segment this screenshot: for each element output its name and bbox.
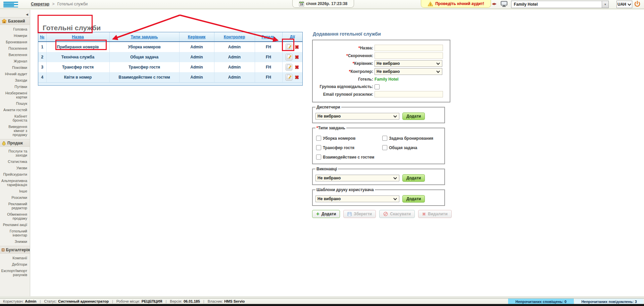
sidebar-item-vouchers[interactable]: Путівки <box>0 85 30 89</box>
edit-button[interactable] <box>286 74 292 81</box>
sidebar-item-sale-limits[interactable]: Обмеження продажу <box>0 212 30 220</box>
print-templates-select[interactable]: Не вибрано <box>315 195 399 202</box>
sidebar-item-home[interactable]: Головна <box>0 27 30 31</box>
task-types-legend: *Типи завдань <box>315 126 346 130</box>
delete-service-button[interactable]: ✖ Видалити <box>418 210 452 218</box>
task-checkbox-booking[interactable] <box>382 136 387 141</box>
column-header-hotel[interactable]: Готель <box>262 35 276 39</box>
sidebar-item-journal[interactable]: Журнал <box>0 59 30 63</box>
task-types-fieldset: *Типи завдань Уборка номеров Задача брон… <box>312 126 445 164</box>
swap-arrows-icon[interactable]: ◂▸ <box>492 1 497 6</box>
page-title: Готельні служби <box>43 24 101 32</box>
sidebar-item-services-events[interactable]: Послуги та заходи <box>0 149 30 157</box>
service-task-types: Общая задача <box>109 52 179 62</box>
night-audit-warning[interactable]: ! Проведіть нічний аудит! <box>421 0 491 8</box>
power-button[interactable] <box>634 0 641 8</box>
sidebar-item-export-import[interactable]: Експорт/Імпорт рахунків <box>0 269 30 277</box>
edit-button[interactable] <box>286 64 292 71</box>
task-checkbox-guest-interaction[interactable] <box>316 155 321 160</box>
warning-icon: ! <box>428 1 433 6</box>
sidebar-item-search[interactable]: Пошук <box>0 101 30 105</box>
delete-button[interactable]: ✖ <box>295 74 299 80</box>
manager-select[interactable]: Не вибрано <box>375 60 442 67</box>
delete-button[interactable]: ✖ <box>295 54 299 60</box>
table-row[interactable]: 3 Трансфер гостя Трансфер гостя Admin Ad… <box>38 62 302 72</box>
sidebar-item-other[interactable]: Інше <box>0 189 30 193</box>
sidebar-item-companies[interactable]: Компанії <box>0 256 30 260</box>
table-row[interactable]: 2 Технічна служба Общая задача Admin Adm… <box>38 52 302 62</box>
edit-button[interactable] <box>286 44 292 50</box>
column-header-name[interactable]: Назва <box>72 35 84 39</box>
service-form-box: *Назва: *Скорочення: *Керівник: Не вибра… <box>312 40 450 102</box>
sidebar-item-night-audit[interactable]: Нічний аудит <box>0 72 30 76</box>
task-checkbox-transfer[interactable] <box>316 145 321 150</box>
currency-select[interactable]: UAH <box>616 1 632 8</box>
sidebar-item-rooms[interactable]: Номери <box>0 34 30 38</box>
service-hotel: FH <box>255 62 282 72</box>
sidebar-item-conditions[interactable]: Умови <box>0 166 30 170</box>
table-row[interactable]: 4 Квіти в номер Взаимодействие с гостем … <box>38 72 302 82</box>
add-template-button[interactable]: Додати <box>402 195 425 203</box>
column-header-controller[interactable]: Контролер <box>224 35 245 39</box>
group-responsibility-checkbox[interactable] <box>375 84 380 89</box>
column-header-manager[interactable]: Керівник <box>188 35 206 39</box>
services-table: № Назва Типи завдань Керівник Контролер … <box>38 32 302 82</box>
sidebar-item-checkin[interactable]: Поселення <box>0 46 30 50</box>
sidebar-item-price-lists[interactable]: Прейскуранти <box>0 172 30 176</box>
service-manager: Admin <box>179 52 214 62</box>
save-button[interactable]: Зберегти <box>343 210 376 218</box>
sidebar-item-booking[interactable]: Бронювання <box>0 40 30 44</box>
abbreviation-input[interactable] <box>375 52 443 59</box>
sidebar-item-statistics[interactable]: Статистика <box>0 160 30 164</box>
group-email-input[interactable] <box>375 91 443 97</box>
sidebar-item-discounts[interactable]: Знижки <box>0 239 30 244</box>
column-header-task-types[interactable]: Типи завдань <box>131 35 158 39</box>
delete-button[interactable]: ✖ <box>295 64 299 70</box>
add-service-button[interactable]: + Додати <box>312 210 340 218</box>
status-value: Системный администратор <box>58 299 109 303</box>
sidebar-section-accounting[interactable]: Бухгалтерія <box>0 246 30 254</box>
sidebar-item-alt-tariffs[interactable]: Альтернативна тарифікація <box>0 179 30 187</box>
sidebar-item-mailings[interactable]: Розсилки <box>0 195 30 200</box>
controller-select[interactable]: Не вибрано <box>375 68 442 75</box>
service-hotel: FH <box>255 72 282 82</box>
print-templates-fieldset: Шаблони друку користувача Не вибрано Дод… <box>312 187 445 206</box>
task-checkbox-cleaning[interactable] <box>316 136 321 141</box>
delete-button[interactable]: ✖ <box>295 44 299 50</box>
cancel-button[interactable]: Скасувати <box>379 210 415 218</box>
table-footer-strip <box>38 82 302 85</box>
sidebar-item-debtors[interactable]: Дебітори <box>0 262 30 266</box>
sidebar-item-ad-editor[interactable]: Рекламний редактор <box>0 202 30 210</box>
money-bag-icon <box>2 141 6 145</box>
add-dispatcher-button[interactable]: Додати <box>402 113 425 120</box>
name-input[interactable] <box>375 45 443 51</box>
task-option: Трансфер гостя <box>316 145 382 150</box>
column-header-number[interactable]: № <box>40 35 44 39</box>
unread-messages-badge[interactable]: Непрочитаних повідомлень: 3 <box>575 299 643 304</box>
dispatchers-select[interactable]: Не вибрано <box>315 113 399 120</box>
task-checkbox-general[interactable] <box>382 145 387 150</box>
sidebar-item-unsaved-cards[interactable]: Незбережені картки <box>0 91 30 99</box>
sidebar-item-rooms-off-sale[interactable]: Виведення кімнат з продажу <box>0 125 30 137</box>
sidebar-item-events[interactable]: Заходи <box>0 78 30 82</box>
add-executor-button[interactable]: Додати <box>402 174 425 182</box>
sidebar-item-booker-cabinet[interactable]: Кабінет броніста <box>0 114 30 122</box>
sidebar-item-checkout[interactable]: Виселення <box>0 53 30 57</box>
monitor-icon[interactable] <box>501 1 507 8</box>
sidebar-section-sales[interactable]: Продаж <box>0 139 30 147</box>
sidebar-section-base[interactable]: Базовий <box>0 17 30 25</box>
sidebar-item-hotel-inventory[interactable]: Готельний інвентар <box>0 229 30 237</box>
edit-button[interactable] <box>286 54 292 60</box>
collapse-sidebar-icon[interactable]: ◀ <box>26 13 28 16</box>
table-row[interactable]: 1 Прибирання номерів Уборка номеров Admi… <box>38 42 302 52</box>
hotel-select[interactable]: Family Hotel ▼ <box>511 1 609 8</box>
unread-notifications-badge[interactable]: Непрочитаних сповіщень: 0 <box>508 299 574 304</box>
workplace-value: РЕЦЕПЦИЯ <box>142 299 162 303</box>
executors-select[interactable]: Не вибрано <box>315 175 399 181</box>
sidebar-item-guest-forms[interactable]: Анкети гостей <box>0 108 30 112</box>
date-time-tab[interactable]: 15 січня 2026р. 17:23:38 <box>292 0 354 8</box>
breadcrumb-root-link[interactable]: Секретар <box>31 2 49 6</box>
sidebar-item-maids[interactable]: Покоївки <box>0 65 30 70</box>
menu-icon[interactable] <box>3 1 19 7</box>
sidebar-item-promos[interactable]: Рекламні акції <box>0 223 30 227</box>
